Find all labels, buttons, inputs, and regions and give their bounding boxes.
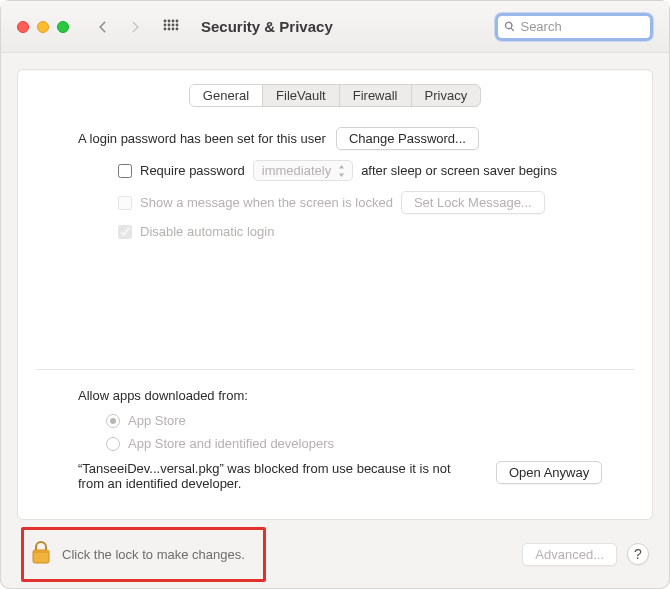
radio-app-store-row: App Store bbox=[78, 413, 618, 428]
window-title: Security & Privacy bbox=[201, 18, 333, 35]
search-input[interactable] bbox=[520, 19, 644, 34]
zoom-window-button[interactable] bbox=[57, 21, 69, 33]
change-password-button[interactable]: Change Password... bbox=[336, 127, 479, 150]
tab-bar: General FileVault Firewall Privacy bbox=[18, 84, 652, 107]
forward-button[interactable] bbox=[123, 15, 147, 39]
blocked-app-text: “TanseeiDev...versal.pkg” was blocked fr… bbox=[78, 461, 478, 491]
svg-point-1 bbox=[168, 19, 171, 22]
radio-app-store bbox=[106, 414, 120, 428]
radio-app-store-label: App Store bbox=[128, 413, 186, 428]
login-password-text: A login password has been set for this u… bbox=[78, 131, 326, 146]
svg-point-9 bbox=[168, 27, 171, 30]
minimize-window-button[interactable] bbox=[37, 21, 49, 33]
svg-point-3 bbox=[176, 19, 179, 22]
require-password-suffix: after sleep or screen saver begins bbox=[361, 163, 557, 178]
search-field-wrap[interactable] bbox=[495, 13, 653, 41]
svg-point-5 bbox=[168, 23, 171, 26]
security-privacy-window: Security & Privacy General FileVault Fir… bbox=[0, 0, 670, 589]
svg-point-8 bbox=[164, 27, 167, 30]
tab-general[interactable]: General bbox=[190, 85, 263, 106]
svg-rect-13 bbox=[33, 550, 49, 553]
help-button[interactable]: ? bbox=[627, 543, 649, 565]
require-password-delay-value: immediately bbox=[262, 163, 331, 178]
footer-bar: Click the lock to make changes. Advanced… bbox=[1, 520, 669, 588]
require-password-label: Require password bbox=[140, 163, 245, 178]
require-password-delay-dropdown[interactable]: immediately bbox=[253, 160, 353, 181]
svg-point-4 bbox=[164, 23, 167, 26]
disable-auto-login-checkbox bbox=[118, 225, 132, 239]
tab-group: General FileVault Firewall Privacy bbox=[189, 84, 481, 107]
allow-apps-heading: Allow apps downloaded from: bbox=[78, 388, 618, 403]
back-button[interactable] bbox=[91, 15, 115, 39]
tab-privacy[interactable]: Privacy bbox=[412, 85, 481, 106]
login-password-section: A login password has been set for this u… bbox=[18, 107, 652, 259]
lock-area-highlight: Click the lock to make changes. bbox=[21, 527, 266, 582]
content-area: General FileVault Firewall Privacy A log… bbox=[1, 53, 669, 520]
radio-identified-devs bbox=[106, 437, 120, 451]
chevron-up-down-icon bbox=[337, 165, 346, 177]
radio-identified-devs-label: App Store and identified developers bbox=[128, 436, 334, 451]
advanced-button: Advanced... bbox=[522, 543, 617, 566]
search-icon bbox=[504, 20, 515, 33]
svg-point-7 bbox=[176, 23, 179, 26]
tab-firewall[interactable]: Firewall bbox=[340, 85, 412, 106]
allow-apps-section: Allow apps downloaded from: App Store Ap… bbox=[18, 370, 652, 501]
tab-filevault[interactable]: FileVault bbox=[263, 85, 340, 106]
svg-point-10 bbox=[172, 27, 175, 30]
show-message-label: Show a message when the screen is locked bbox=[140, 195, 393, 210]
disable-auto-login-label: Disable automatic login bbox=[140, 224, 274, 239]
close-window-button[interactable] bbox=[17, 21, 29, 33]
main-panel: General FileVault Firewall Privacy A log… bbox=[17, 69, 653, 520]
lock-icon[interactable] bbox=[30, 540, 52, 569]
open-anyway-button[interactable]: Open Anyway bbox=[496, 461, 602, 484]
svg-point-0 bbox=[164, 19, 167, 22]
svg-point-11 bbox=[176, 27, 179, 30]
set-lock-message-button: Set Lock Message... bbox=[401, 191, 545, 214]
lock-text: Click the lock to make changes. bbox=[62, 547, 245, 562]
show-all-prefs-button[interactable] bbox=[159, 15, 183, 39]
svg-point-2 bbox=[172, 19, 175, 22]
titlebar: Security & Privacy bbox=[1, 1, 669, 53]
radio-identified-devs-row: App Store and identified developers bbox=[78, 436, 618, 451]
show-message-checkbox bbox=[118, 196, 132, 210]
window-controls bbox=[17, 21, 69, 33]
require-password-checkbox[interactable] bbox=[118, 164, 132, 178]
svg-point-6 bbox=[172, 23, 175, 26]
